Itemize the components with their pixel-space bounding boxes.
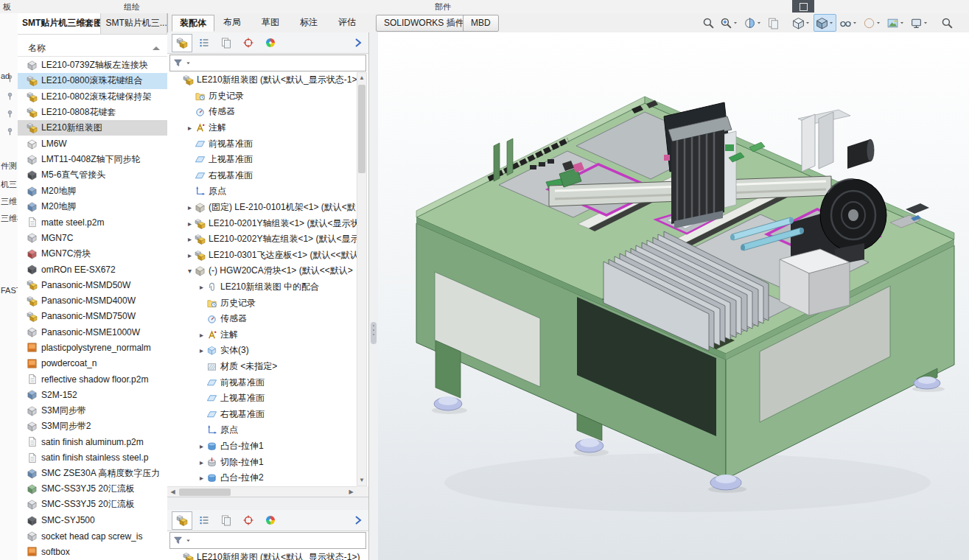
list-item[interactable]: LE210-0800滚珠花键组合 — [18, 73, 167, 88]
list-item[interactable]: Panasonic-MSMD50W — [18, 277, 167, 293]
list-item[interactable]: MGN7C滑块 — [18, 246, 167, 262]
tree-item[interactable]: 历史记录 — [167, 295, 357, 311]
tree-item[interactable]: ▸凸台-拉伸1 — [167, 438, 357, 455]
list-item[interactable]: Panasonic-MSMD400W — [18, 293, 167, 308]
tree-item[interactable]: 原点 — [167, 422, 357, 438]
tree-horizontal-scrollbar[interactable]: ◀ ▶ — [167, 486, 357, 497]
graphics-viewport[interactable] — [378, 32, 969, 560]
tree-expander[interactable]: ▾ — [185, 267, 195, 275]
propertymanager-tab[interactable] — [194, 511, 214, 530]
tree-expander[interactable]: ▸ — [185, 203, 195, 211]
tab-layout[interactable]: 布局 — [216, 15, 248, 30]
section-view-button[interactable] — [741, 14, 764, 32]
tree-filter-field[interactable] — [169, 55, 366, 71]
tree-item[interactable]: 原点 — [167, 183, 357, 200]
view-orientation-button[interactable] — [790, 14, 813, 32]
file-tab-other[interactable]: SMT贴片机三... — [101, 13, 167, 34]
tree-item[interactable]: ▸切除-拉伸1 — [167, 454, 357, 470]
tree-item[interactable]: ▸LE210-0202Y轴左组装<1> (默认<显示 — [167, 231, 357, 248]
tree-item[interactable]: ▸注解 — [167, 327, 357, 343]
titlebar-dark-button[interactable] — [792, 0, 814, 13]
list-item[interactable]: socket head cap screw_is — [18, 528, 167, 544]
tab-mbd[interactable]: MBD — [463, 15, 499, 32]
tree-item[interactable]: 前视基准面 — [167, 374, 357, 391]
machine-3d-render[interactable] — [416, 97, 954, 512]
scroll-up-icon[interactable]: ▲ — [357, 74, 366, 83]
list-item[interactable]: M20地脚 — [18, 199, 167, 214]
scrollbar-thumb[interactable] — [358, 85, 365, 173]
zoom-area-button[interactable] — [718, 14, 741, 32]
zoom-fit-button[interactable] — [700, 14, 717, 32]
list-item[interactable]: Panasonic-MSME1000W — [18, 324, 167, 340]
list-item[interactable]: SMC-SS3YJ5 20汇流板 — [18, 481, 167, 497]
list-item[interactable]: S2M-152 — [18, 387, 167, 402]
tree-item[interactable]: 上视基准面 — [167, 391, 357, 407]
list-item[interactable]: MGN7C — [18, 230, 167, 245]
list-item[interactable]: SMC-SYJ500 — [18, 513, 167, 528]
list-item[interactable]: Panasonic-MSMD750W — [18, 309, 167, 324]
collapsed-panel-strip[interactable]: ad 件测 机三 三维 三维样 FAST — [0, 13, 18, 560]
tree-filter-field-bottom[interactable] — [169, 532, 366, 549]
tree-item[interactable]: 历史记录 — [167, 88, 357, 105]
tree-item[interactable]: 上视基准面 — [167, 152, 357, 168]
list-item[interactable]: matte steel.p2m — [18, 214, 167, 230]
panel-collapse-arrow[interactable] — [352, 37, 364, 49]
tree-expander[interactable]: ▸ — [197, 458, 206, 466]
list-item[interactable]: satin finish aluminum.p2m — [18, 434, 167, 449]
list-item[interactable]: reflective shadow floor.p2m — [18, 371, 167, 387]
filter-funnel-icon[interactable] — [173, 58, 183, 68]
tree-expander[interactable]: ▸ — [197, 346, 206, 354]
tab-assembly[interactable]: 装配体 — [172, 15, 214, 32]
configurationmanager-tab[interactable] — [216, 511, 237, 530]
tree-item[interactable]: 右视基准面 — [167, 168, 357, 184]
scroll-down-icon[interactable]: ▼ — [357, 476, 366, 485]
panel-splitter[interactable] — [167, 497, 368, 511]
scroll-left-icon[interactable]: ◀ — [168, 488, 178, 497]
tab-annotate[interactable]: 标注 — [293, 15, 325, 30]
tree-item[interactable]: LE210新组装图 (默认<默认_显示状态-1>) — [167, 72, 357, 88]
tree-vertical-scrollbar[interactable]: ▲ ▼ — [357, 72, 367, 486]
chevron-down-icon[interactable] — [185, 60, 192, 66]
tab-solidworks-addins[interactable]: SOLIDWORKS 插件 — [376, 15, 472, 32]
pin-icon[interactable] — [5, 91, 15, 101]
display-style-button[interactable] — [814, 14, 836, 32]
column-header-name[interactable]: 名称 — [18, 40, 167, 57]
tree-item[interactable]: ▸LE210新组装图 中的配合 — [167, 279, 357, 295]
tree-item[interactable]: 传感器 — [167, 104, 357, 120]
list-item[interactable]: M20地脚 — [18, 183, 167, 198]
list-item[interactable]: softbox — [18, 544, 167, 559]
configurationmanager-tab[interactable] — [216, 34, 237, 52]
tree-item[interactable]: ▸注解 — [167, 120, 357, 136]
dimxpertmanager-tab[interactable] — [238, 34, 259, 52]
view-settings-button[interactable] — [908, 14, 931, 32]
annotation-view-button[interactable] — [765, 14, 782, 32]
tree-item[interactable]: ▸(固定) LE-210-0101机架<1> (默认<默 — [167, 200, 357, 216]
tree-expander[interactable]: ▸ — [185, 220, 195, 228]
tree-item[interactable]: 右视基准面 — [167, 406, 357, 422]
list-item[interactable]: SMC ZSE30A 高精度数字压力 — [18, 466, 167, 481]
pin-icon[interactable] — [5, 109, 15, 119]
scroll-right-icon[interactable]: ▶ — [346, 488, 356, 497]
tree-item[interactable]: ▸凸台-拉伸2 — [167, 470, 357, 486]
panel-collapse-arrow[interactable] — [352, 514, 364, 526]
pin-icon[interactable] — [5, 127, 15, 136]
tree-item[interactable]: LE210新组装图 (默认<默认_显示状态-1>) — [167, 550, 368, 560]
tab-evaluate[interactable]: 评估 — [331, 15, 363, 30]
dimxpertmanager-tab[interactable] — [238, 511, 259, 530]
tree-expander[interactable]: ▸ — [197, 331, 206, 339]
list-item[interactable]: LM6W — [18, 136, 167, 151]
tree-expander[interactable]: ▸ — [185, 251, 195, 259]
file-tab-current[interactable]: SMT贴片机三维套图 — [18, 13, 101, 34]
list-item[interactable]: S3M同步带 — [18, 403, 167, 419]
edit-appearance-button[interactable] — [861, 14, 884, 32]
tree-item[interactable]: 材质 <未指定> — [167, 359, 357, 375]
list-item[interactable]: LE210-0808花键套 — [18, 105, 167, 120]
list-item[interactable]: S3M同步带2 — [18, 419, 167, 434]
chevron-down-icon[interactable] — [185, 537, 192, 544]
displaymanager-tab[interactable] — [260, 511, 281, 530]
tree-item[interactable]: ▸实体(3) — [167, 343, 357, 359]
list-item[interactable]: SMC-SS3YJ5 20汇流板 — [18, 497, 167, 512]
list-item[interactable]: LE210-0802滚珠花键保持架 — [18, 89, 167, 105]
tree-item[interactable]: ▸LE210-0301飞达座板<1> (默认<<默认 — [167, 248, 357, 264]
list-item[interactable]: LMT11-0408Z轴下同步轮 — [18, 152, 167, 167]
